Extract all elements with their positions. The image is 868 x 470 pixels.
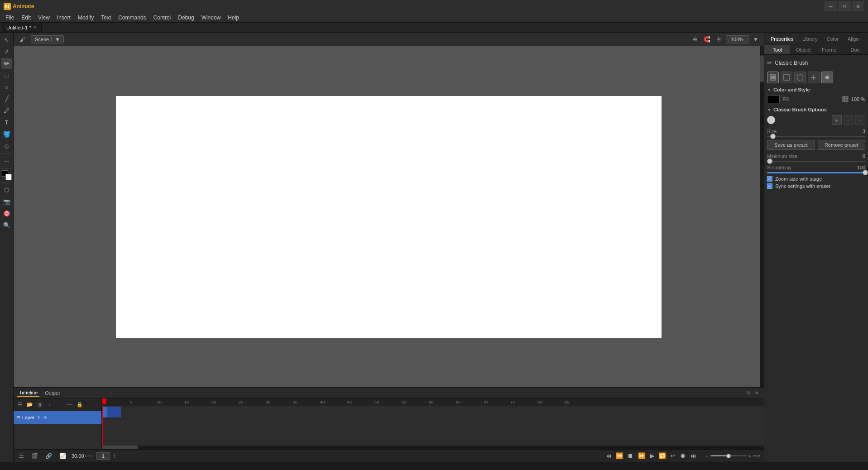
frames-horizontal-scrollbar[interactable] xyxy=(102,446,764,449)
background-color[interactable] xyxy=(5,174,12,180)
subtab-tool[interactable]: Tool xyxy=(764,45,790,54)
new-folder-btn[interactable]: 📂 xyxy=(25,400,34,409)
zoom-input[interactable]: 100% xyxy=(726,35,748,43)
camera-btn[interactable]: 🎬 xyxy=(29,452,40,460)
menu-commands[interactable]: Commands xyxy=(115,14,149,22)
timeline-zoom-out[interactable]: − xyxy=(705,453,708,459)
rp-tab-align[interactable]: Align xyxy=(843,34,863,43)
oval-tool[interactable]: ○ xyxy=(1,82,12,92)
brush-tool[interactable]: ✏ xyxy=(1,58,12,69)
stop-btn[interactable]: ⏹ xyxy=(626,451,635,460)
menu-insert[interactable]: Insert xyxy=(53,14,74,22)
clip-icon[interactable]: ⊕ xyxy=(691,35,700,44)
canvas-scrollbar[interactable] xyxy=(760,46,764,387)
camera-tool[interactable]: 📷 xyxy=(1,196,12,207)
frame-track-layer1[interactable] xyxy=(102,406,764,418)
timeline-zoom-thumb[interactable] xyxy=(726,454,731,458)
sync-settings-checkbox[interactable]: ✓ xyxy=(767,183,772,189)
add-keyframe-btn[interactable]: + xyxy=(45,400,54,409)
frames-content[interactable] xyxy=(102,406,764,446)
paint-bucket-tool[interactable]: 🪣 xyxy=(1,129,12,139)
hand-tool[interactable]: 🎯 xyxy=(1,208,12,219)
menu-debug[interactable]: Debug xyxy=(174,14,197,22)
min-size-slider-track[interactable] xyxy=(767,161,865,162)
timeline-close-btn[interactable]: ✕ xyxy=(753,390,760,396)
line-tool[interactable]: ╱ xyxy=(1,93,12,104)
layer-row[interactable]: ☰ Layer_1 xyxy=(14,411,101,424)
frame-number-input[interactable]: 1 xyxy=(96,452,110,460)
min-size-slider-thumb[interactable] xyxy=(767,158,772,164)
rp-tab-properties[interactable]: Properties xyxy=(766,34,798,43)
timeline-tab[interactable]: Timeline xyxy=(17,389,39,397)
zoom-size-checkbox[interactable]: ✓ xyxy=(767,176,772,182)
menu-view[interactable]: View xyxy=(34,14,53,22)
fill-mode-icon[interactable] xyxy=(767,72,779,83)
brush-shape-preview[interactable] xyxy=(767,116,775,124)
close-button[interactable]: ✕ xyxy=(852,1,864,11)
step-forward-btn[interactable]: ⏩ xyxy=(636,451,647,460)
lock-layers-btn[interactable]: 🔒 xyxy=(75,400,84,409)
eraser-tool[interactable]: ◇ xyxy=(1,140,12,151)
link-btn[interactable]: 🔗 xyxy=(43,452,54,460)
stage-canvas[interactable] xyxy=(116,96,662,338)
timeline-zoom-slider[interactable] xyxy=(710,455,747,456)
scene-selector[interactable]: Scene 1 ▼ xyxy=(31,35,64,43)
stage-settings-btn[interactable]: 🖌 xyxy=(17,34,28,45)
size-slider-thumb[interactable] xyxy=(770,134,776,139)
output-tab[interactable]: Output xyxy=(43,389,62,397)
more-tools[interactable]: ··· xyxy=(1,155,12,166)
stroke-mode-icon[interactable] xyxy=(781,72,792,83)
canvas-fit-icon[interactable]: ⊞ xyxy=(714,35,723,44)
tab-close-button[interactable]: ✕ xyxy=(33,25,37,30)
graph-btn[interactable]: 📈 xyxy=(58,452,68,460)
subtab-object[interactable]: Object xyxy=(790,45,816,54)
go-to-last-frame-btn[interactable]: ⏭ xyxy=(689,451,698,460)
frames-scrollbar-thumb[interactable] xyxy=(102,446,138,449)
menu-edit[interactable]: Edit xyxy=(18,14,34,22)
timeline-expand-btn[interactable]: ⇅ xyxy=(745,390,752,396)
rectangle-tool[interactable]: □ xyxy=(1,70,12,81)
go-to-first-frame-btn[interactable]: ⏮ xyxy=(604,451,613,460)
remove-keyframe-btn[interactable]: − xyxy=(55,400,64,409)
text-tool[interactable]: T xyxy=(1,117,12,128)
brush-pressure-icon[interactable] xyxy=(821,72,833,83)
record-btn[interactable]: ⏺ xyxy=(678,451,688,460)
assets-panel-btn[interactable]: ⬡ xyxy=(1,184,12,195)
rp-tab-color[interactable]: Color xyxy=(822,34,843,43)
add-brush-btn[interactable]: + xyxy=(832,115,842,125)
document-tab-active[interactable]: Untitled-1 * ✕ xyxy=(2,23,42,32)
brush-option-2[interactable]: − xyxy=(855,115,865,125)
subselection-tool[interactable]: ↗ xyxy=(1,46,12,57)
motion-path-btn[interactable]: 〰 xyxy=(65,400,74,409)
loop-section-btn[interactable]: ↩ xyxy=(669,451,677,460)
pen-tool[interactable]: 🖊 xyxy=(1,105,12,116)
selection-tool[interactable]: ↖ xyxy=(1,34,12,45)
menu-text[interactable]: Text xyxy=(97,14,115,22)
play-btn[interactable]: ▶ xyxy=(648,451,656,460)
menu-file[interactable]: File xyxy=(2,14,18,22)
zoom-dropdown-arrow[interactable]: ▼ xyxy=(751,35,760,44)
timeline-fit-btn[interactable]: ⟺ xyxy=(753,453,760,459)
rect-select-icon[interactable] xyxy=(794,72,806,83)
menu-control[interactable]: Control xyxy=(150,14,175,22)
save-preset-btn[interactable]: Save as preset xyxy=(767,140,815,150)
delete-layer-btn[interactable]: 🗑 xyxy=(35,400,44,409)
smoothing-slider-track[interactable] xyxy=(767,172,865,173)
smoothing-slider-thumb[interactable] xyxy=(863,170,868,175)
timeline-zoom-in[interactable]: + xyxy=(748,453,751,459)
minimize-button[interactable]: ─ xyxy=(825,1,837,11)
size-slider-track[interactable] xyxy=(767,136,865,137)
zoom-tool[interactable]: 🔍 xyxy=(1,220,12,230)
maximize-button[interactable]: □ xyxy=(838,1,851,11)
fill-color-swatch[interactable] xyxy=(767,95,780,103)
brush-option-1[interactable]: − xyxy=(844,115,854,125)
new-layer-btn[interactable]: ☰ xyxy=(15,400,24,409)
menu-help[interactable]: Help xyxy=(224,14,243,22)
subtab-frame[interactable]: Frame xyxy=(816,45,842,54)
subtab-doc[interactable]: Doc xyxy=(842,45,868,54)
color-style-header[interactable]: ▼ Color and Style xyxy=(767,87,865,92)
remove-preset-btn[interactable]: Remove preset xyxy=(818,140,866,150)
add-layer-icon-btn[interactable]: ☰ xyxy=(17,452,26,460)
menu-window[interactable]: Window xyxy=(198,14,225,22)
snap-to-object-icon[interactable] xyxy=(808,72,820,83)
